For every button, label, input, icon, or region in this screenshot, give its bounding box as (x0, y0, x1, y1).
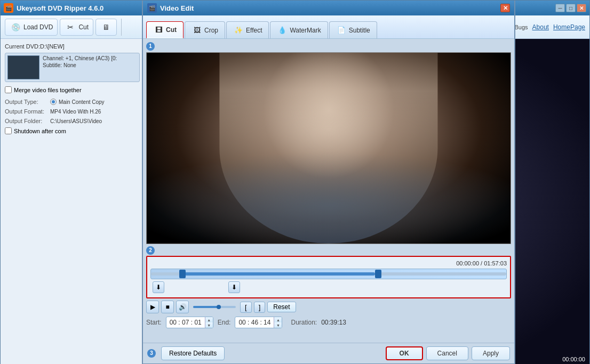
modal-title-icon: 🎬 (147, 3, 157, 13)
start-spin-up[interactable]: ▲ (205, 317, 213, 322)
merge-label: Merge video files together (14, 87, 82, 93)
stop-button[interactable]: ■ (161, 301, 174, 313)
step3-badge: 3 (147, 349, 156, 358)
start-label: Start: (146, 319, 162, 326)
end-spin-up[interactable]: ▲ (274, 317, 282, 322)
volume-thumb[interactable] (217, 305, 221, 309)
right-marker-icon[interactable]: ⬇ (228, 281, 240, 293)
stop-icon: ■ (165, 303, 169, 311)
crop-tab-label: Crop (204, 27, 218, 34)
tab-crop[interactable]: 🖼 Crop (185, 21, 225, 38)
shutdown-row: Shutdown after com (5, 127, 140, 134)
timeline-handle-right[interactable] (375, 270, 381, 278)
preview-time: 00:00:00 (562, 356, 585, 362)
watermark-tab-icon: 💧 (277, 25, 288, 36)
subtitle-info: Subtitle: None (43, 62, 117, 68)
modal-footer: 3 Restore Defaults OK Cancel Apply (143, 343, 514, 363)
output-folder-value: C:\Users\ASUS\Video (50, 118, 102, 124)
merge-checkbox-row[interactable]: Merge video files together (5, 86, 140, 93)
video-container (146, 52, 511, 244)
left-panel: Current DVD:D:\[NEW] Channel: +1, Chines… (1, 39, 145, 364)
channel-info: Channel: +1, Chinese (AC3) [0: (43, 55, 117, 61)
time-inputs: Start: 00 : 07 : 01 ▲ ▼ End: 00 : 46 : 1… (146, 317, 511, 328)
homepage-link[interactable]: HomePage (553, 23, 585, 31)
output-button[interactable]: 🖥 (95, 19, 117, 36)
reset-button[interactable]: Reset (267, 302, 296, 312)
tab-watermark[interactable]: 💧 WaterMark (270, 21, 328, 38)
cut-icon: ✂ (65, 21, 76, 33)
volume-button[interactable]: 🔊 (176, 301, 189, 313)
output-type-radio[interactable] (50, 99, 57, 105)
dvd-info: Channel: +1, Chinese (AC3) [0: Subtitle:… (43, 55, 117, 68)
bracket-start-button[interactable]: [ (240, 302, 252, 313)
close-button[interactable]: ✕ (577, 4, 586, 12)
play-icon: ▶ (150, 303, 155, 311)
handle-row: ⬇ ⬇ (150, 281, 507, 293)
about-link[interactable]: About (532, 23, 549, 31)
shutdown-checkbox[interactable] (5, 127, 12, 134)
modal-close-button[interactable]: ✕ (500, 4, 510, 12)
modal-body: 1 2 00:00:00 / 01:57:03 (143, 39, 514, 343)
maximize-button[interactable]: □ (566, 4, 576, 12)
cut-section: 00:00:00 / 01:57:03 ⬇ ⬇ (146, 256, 511, 298)
cut-timeline[interactable] (150, 269, 507, 279)
start-spin-down[interactable]: ▼ (205, 322, 213, 328)
tab-effect[interactable]: ✨ Effect (226, 21, 269, 38)
cut-button[interactable]: ✂ Cut (60, 19, 93, 36)
dvd-item[interactable]: Channel: +1, Chinese (AC3) [0: Subtitle:… (5, 53, 140, 82)
output-section: Output Type: Main Content Copy Output Fo… (5, 99, 140, 134)
volume-slider[interactable] (193, 306, 236, 308)
output-format-label: Output Format: (5, 108, 50, 115)
left-marker-icon[interactable]: ⬇ (153, 281, 164, 293)
app-icon: 🎬 (4, 3, 13, 13)
video-figure (219, 53, 437, 244)
load-dvd-icon: 💿 (10, 21, 21, 33)
main-window: 🎬 Ukeysoft DVD Ripper 4.6.0 ─ □ ✕ 💿 Load… (0, 0, 590, 364)
modal-tabs: 🎞 Cut 🖼 Crop ✨ Effect 💧 WaterMark 📄 Subt… (143, 15, 514, 39)
crop-tab-icon: 🖼 (192, 25, 202, 36)
apply-button[interactable]: Apply (472, 346, 510, 360)
cancel-button[interactable]: Cancel (426, 346, 468, 360)
step1-badge: 1 (146, 42, 155, 51)
start-time-input[interactable]: 00 : 07 : 01 ▲ ▼ (166, 317, 213, 328)
end-spin-down[interactable]: ▼ (274, 322, 282, 328)
output-icon: 🖥 (100, 21, 112, 33)
end-spinners: ▲ ▼ (274, 317, 282, 328)
output-folder-label: Output Folder: (5, 118, 50, 124)
shutdown-label: Shutdown after com (14, 128, 66, 134)
effect-tab-icon: ✨ (233, 25, 244, 36)
player-controls: ▶ ■ 🔊 [ ] Reset (146, 301, 511, 313)
end-label: End: (218, 319, 231, 326)
bracket-end-button[interactable]: ] (254, 302, 266, 313)
tab-subtitle[interactable]: 📄 Subtitle (329, 21, 377, 38)
minimize-button[interactable]: ─ (555, 4, 565, 12)
timeline-selected (179, 272, 374, 276)
subtitle-value: None (63, 62, 76, 68)
ok-button[interactable]: OK (386, 346, 423, 360)
end-time-input[interactable]: 00 : 46 : 14 ▲ ▼ (235, 317, 282, 328)
toolbar-separator (121, 19, 122, 36)
video-display (147, 53, 511, 244)
duration-label: Duration: (291, 319, 317, 326)
channel-label: Channel: (43, 55, 64, 61)
output-type-value: Main Content Copy (59, 99, 105, 105)
video-edit-modal: 🎬 Video Edit ✕ 🎞 Cut 🖼 Crop ✨ Effect 💧 W… (142, 1, 515, 364)
cut-label: Cut (78, 23, 89, 31)
cut-tab-icon: 🎞 (153, 25, 164, 35)
timeline-track (151, 272, 506, 276)
modal-titlebar: 🎬 Video Edit ✕ (143, 1, 514, 15)
load-dvd-button[interactable]: 💿 Load DVD (5, 19, 58, 36)
tab-cut[interactable]: 🎞 Cut (146, 21, 184, 38)
subtitle-label: Subtitle: (43, 62, 62, 68)
output-format-row: Output Format: MP4 Video With H.26 (5, 108, 140, 115)
dvd-thumbnail (7, 55, 39, 79)
merge-checkbox[interactable] (5, 86, 12, 93)
duration-value: 00:39:13 (321, 319, 346, 326)
output-type-row: Output Type: Main Content Copy (5, 99, 140, 105)
play-button[interactable]: ▶ (146, 301, 159, 313)
timeline-handle-left[interactable] (179, 270, 186, 278)
step2-badge: 2 (146, 246, 155, 255)
output-format-value: MP4 Video With H.26 (50, 109, 101, 115)
cut-tab-label: Cut (166, 26, 177, 34)
restore-defaults-button[interactable]: Restore Defaults (161, 346, 225, 360)
